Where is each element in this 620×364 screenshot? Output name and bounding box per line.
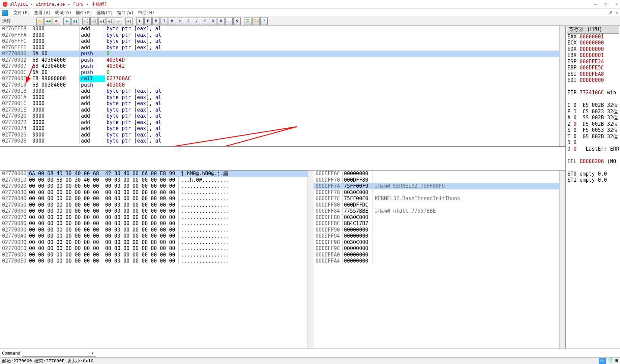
tool-stepover[interactable]: ↓}: [90, 18, 98, 25]
maximize-button[interactable]: ▢: [604, 2, 607, 7]
dump-row[interactable]: 0277002000 00 00 00 00 00 00 00 00 00 00…: [0, 183, 313, 189]
register-ebp[interactable]: EBP 000DFE5C: [567, 65, 619, 71]
title-bar[interactable]: OllyICE - winmine.exe - [CPU - 主线程] — ▢ …: [0, 0, 620, 9]
close-button[interactable]: ✕: [615, 2, 618, 7]
stack-row[interactable]: 000DFF8C8B4C17B7: [314, 220, 559, 227]
input-icon[interactable]: ⊞: [615, 358, 618, 364]
tool-window-t[interactable]: T: [160, 18, 168, 25]
hex-dump-pane[interactable]: 027700006A 00 68 4D 30 40 00 68 42 30 40…: [0, 171, 314, 348]
stack-row[interactable]: 000DFF880030C000: [314, 214, 559, 221]
disasm-row[interactable]: 0276FFFC0000addbyte ptr [eax], al: [0, 38, 559, 44]
stack-row[interactable]: 000DFF7475FF00F9返回到 KERNEL32.75FF00F9: [314, 183, 559, 189]
flag-c[interactable]: C 0 ES 002B 32位: [567, 102, 619, 109]
tool-window-e[interactable]: E: [144, 18, 152, 25]
register-esp[interactable]: ESP 000DFE24: [567, 59, 619, 65]
stack-row[interactable]: 000DFF780030C000: [314, 189, 559, 196]
register-esi[interactable]: ESI 000DFEA8: [567, 71, 619, 78]
menu-file[interactable]: 文件(F): [13, 10, 30, 16]
tool-window-b[interactable]: B: [209, 18, 216, 25]
command-input[interactable]: [22, 350, 96, 357]
stack-row[interactable]: 000DFF980030C000: [314, 239, 559, 246]
tool-window-w[interactable]: W: [169, 18, 176, 25]
tool-window-k[interactable]: K: [201, 18, 208, 25]
stack-row[interactable]: 000DFF7C75FF00E0KERNEL32.BaseThreadInitT…: [314, 195, 559, 202]
register-efl[interactable]: EFL 00000206 (NO: [567, 158, 619, 165]
dump-row[interactable]: 027700D000 00 00 00 00 00 00 00 00 00 00…: [0, 252, 313, 258]
stack-row[interactable]: 000DFFA000000000: [314, 252, 559, 258]
stack-row[interactable]: 000DFF80000DFFDC: [314, 202, 559, 208]
disasm-row[interactable]: 0277001C0000addbyte ptr [eax], al: [0, 100, 559, 107]
disasm-row[interactable]: 0276FFFE0000addbyte ptr [eax], al: [0, 44, 559, 51]
dump-row[interactable]: 0277009000 00 00 00 00 00 00 00 00 00 00…: [0, 227, 313, 233]
mdi-minimize[interactable]: —: [603, 10, 606, 15]
dump-row[interactable]: 027700A000 00 00 00 00 00 00 00 00 00 00…: [0, 233, 313, 239]
disasm-row[interactable]: 0277000EE8 99000000call027700AC: [0, 75, 559, 82]
dump-row[interactable]: 0277007000 00 00 00 00 00 00 00 00 00 00…: [0, 214, 313, 221]
flag-s[interactable]: S 0 FS 0053 32位: [567, 127, 619, 133]
stack-scrollbar[interactable]: [559, 171, 565, 348]
stack-row[interactable]: 000DFF9000000000: [314, 227, 559, 233]
tool-till-ret[interactable]: ↲: [115, 18, 122, 25]
register-edx[interactable]: EDX 00000000: [567, 46, 619, 53]
tool-trace-into[interactable]: ⤓{: [98, 18, 106, 25]
disasm-row[interactable]: 0277000268 4D304000push40304D: [0, 57, 559, 63]
register-edi[interactable]: EDI 00000000: [567, 77, 619, 84]
dump-row[interactable]: 0277006000 00 00 00 00 00 00 00 00 00 00…: [0, 208, 313, 214]
dump-row[interactable]: 0277008000 00 00 00 00 00 00 00 00 00 00…: [0, 220, 313, 227]
tool-window-h[interactable]: H: [177, 18, 184, 25]
ime-indicator[interactable]: 中: [599, 358, 606, 364]
tool-pause[interactable]: ❚❚: [71, 18, 79, 25]
flag-a[interactable]: A 0 SS 002B 32位: [567, 115, 619, 121]
mdi-icon[interactable]: [2, 10, 8, 16]
dump-row[interactable]: 027700B000 00 00 00 00 00 00 00 00 00 00…: [0, 239, 313, 246]
minimize-button[interactable]: —: [594, 2, 597, 7]
disasm-row[interactable]: 027700280000addbyte ptr [eax], al: [0, 138, 559, 144]
registers-pane[interactable]: 寄存器 (FPU) EAX 00000001ECX 00000000EDX 00…: [566, 26, 620, 348]
dump-row[interactable]: 027700C000 00 00 00 00 00 00 00 00 00 00…: [0, 245, 313, 252]
tool-goto[interactable]: →|: [125, 18, 133, 25]
menu-options[interactable]: 选项(T): [96, 10, 113, 16]
disasm-row[interactable]: 0277001A0000addbyte ptr [eax], al: [0, 94, 559, 101]
menu-view[interactable]: 查看(V): [34, 10, 51, 16]
flag-o[interactable]: O 0 LastErr ERR: [567, 146, 619, 152]
dump-row[interactable]: 0277004000 00 00 00 00 00 00 00 00 00 00…: [0, 195, 313, 202]
disassembly-pane[interactable]: 0276FFF80000addbyte ptr [eax], al0276FFF…: [0, 26, 565, 147]
disasm-row[interactable]: 027700006A 00push0: [0, 51, 559, 57]
stack-row[interactable]: 000DFF9400000000: [314, 233, 559, 239]
disasm-scrollbar[interactable]: [559, 26, 565, 146]
register-ebx[interactable]: EBX 00000001: [567, 52, 619, 59]
tool-trace-over[interactable]: ⤓}: [107, 18, 114, 25]
stack-row[interactable]: 000DFF8477557BBE返回到 ntdll.77557BBE: [314, 208, 559, 214]
tool-close[interactable]: ✖: [53, 18, 60, 25]
disasm-row[interactable]: 027700220000addbyte ptr [eax], al: [0, 119, 559, 126]
disasm-row[interactable]: 0277000768 42304000push403042: [0, 63, 559, 69]
dump-row[interactable]: 0277001000 00 00 68 00 30 40 00 00 00 00…: [0, 177, 313, 183]
stack-row[interactable]: 000DFF70000DFF80: [314, 177, 559, 183]
tool-restart[interactable]: ◀◀: [45, 18, 52, 25]
command-dropdown-icon[interactable]: ▾: [91, 351, 94, 356]
tool-window-l[interactable]: L: [136, 18, 144, 25]
flag-t[interactable]: T 0 GS 002B 32位: [567, 133, 619, 140]
menu-help[interactable]: 帮助(H): [138, 10, 154, 16]
tool-settings2[interactable]: ☰?: [252, 18, 260, 25]
disasm-row[interactable]: 027700180000addbyte ptr [eax], al: [0, 88, 559, 94]
tool-window-c[interactable]: C: [185, 18, 192, 25]
mdi-restore[interactable]: 🗗: [609, 10, 612, 15]
disasm-row[interactable]: 027700260000addbyte ptr [eax], al: [0, 132, 559, 138]
tool-window-/[interactable]: /: [193, 18, 200, 25]
mdi-close[interactable]: ✕: [616, 10, 618, 15]
register-eax[interactable]: EAX 00000001: [567, 34, 619, 40]
register-eip[interactable]: EIP 7724106C win: [567, 90, 619, 96]
dump-row[interactable]: 027700E000 00 00 00 00 00 00 00 00 00 00…: [0, 258, 313, 264]
tool-window-s[interactable]: S: [233, 18, 241, 25]
disasm-row[interactable]: 0276FFFA0000addbyte ptr [eax], al: [0, 32, 559, 38]
flag-p[interactable]: P 1 CS 0023 32位: [567, 109, 619, 115]
dump-row[interactable]: 0277003000 00 00 00 00 00 00 00 00 00 00…: [0, 189, 313, 196]
tool-window-m[interactable]: M: [152, 18, 160, 25]
disasm-row[interactable]: 027700240000addbyte ptr [eax], al: [0, 125, 559, 132]
disasm-row[interactable]: 0277001E0000addbyte ptr [eax], al: [0, 107, 559, 113]
tool-help[interactable]: ?: [260, 18, 268, 25]
dump-row[interactable]: 0277005000 00 00 00 00 00 00 00 00 00 00…: [0, 202, 313, 208]
stack-row[interactable]: 000DFFA400000000: [314, 258, 559, 264]
dump-scrollbar[interactable]: [307, 171, 314, 348]
